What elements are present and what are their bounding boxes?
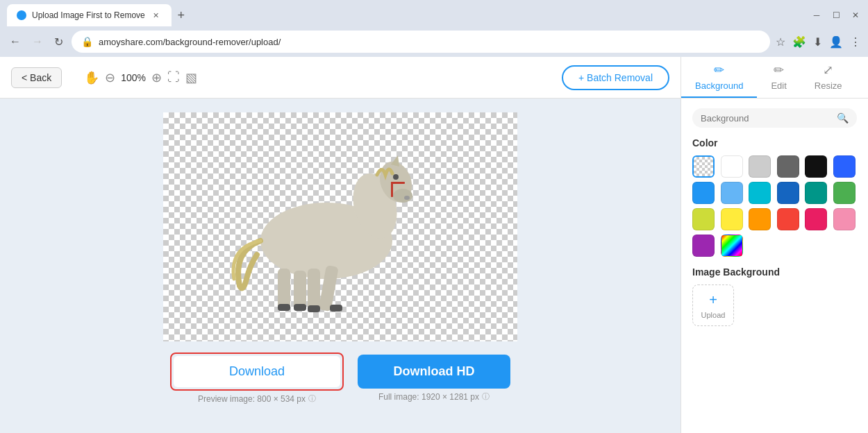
- new-tab-button[interactable]: +: [172, 6, 191, 25]
- zoom-controls: ✋ ⊖ 100% ⊕ ⛶ ▧: [84, 70, 197, 85]
- svg-rect-12: [330, 305, 342, 312]
- minimize-button[interactable]: ─: [811, 10, 822, 20]
- color-swatch-transparent[interactable]: [692, 155, 715, 178]
- reload-button[interactable]: ↻: [51, 33, 66, 51]
- resize-tab-icon: ⤢: [823, 62, 833, 78]
- back-nav-button[interactable]: ←: [7, 33, 24, 51]
- maximize-button[interactable]: ☐: [831, 10, 842, 20]
- color-swatch-white[interactable]: [721, 155, 743, 178]
- top-bar: < Back ✋ ⊖ 100% ⊕ ⛶ ▧ + Batch Removal ✏ …: [0, 57, 868, 99]
- browser-download-icon[interactable]: ⬇: [813, 35, 822, 49]
- color-swatch-red[interactable]: [777, 208, 799, 230]
- menu-icon[interactable]: ⋮: [850, 35, 861, 49]
- download-button[interactable]: Download: [174, 356, 340, 387]
- browser-toolbar-icons: ☆ 🧩 ⬇ 👤 ⋮: [776, 35, 861, 49]
- color-swatch-sky-blue[interactable]: [721, 182, 743, 204]
- svg-rect-11: [308, 305, 320, 312]
- image-bg-title: Image Background: [692, 266, 857, 278]
- address-bar-row: ← → ↻ 🔒 amoyshare.com/background-remover…: [0, 26, 868, 57]
- preview-info-icon: ⓘ: [308, 393, 316, 404]
- back-button[interactable]: < Back: [11, 67, 62, 88]
- profile-icon[interactable]: 👤: [829, 35, 843, 49]
- zoom-level: 100%: [121, 72, 146, 83]
- color-swatch-dark-blue[interactable]: [777, 182, 799, 204]
- svg-rect-16: [294, 304, 306, 311]
- svg-rect-15: [278, 304, 290, 311]
- bottom-bar: Download Preview image: 800 × 534 px ⓘ D…: [0, 341, 681, 411]
- full-info: Full image: 1920 × 1281 px ⓘ: [378, 391, 490, 402]
- upload-label: Upload: [701, 311, 726, 319]
- forward-nav-button[interactable]: →: [29, 33, 46, 51]
- title-bar: Upload Image First to Remove ✕ + ─ ☐ ✕: [0, 0, 868, 26]
- image-background-section: Image Background + Upload: [692, 266, 857, 326]
- color-swatch-yellow-green[interactable]: [692, 208, 715, 230]
- search-box[interactable]: 🔍: [692, 108, 857, 128]
- lock-icon: 🔒: [81, 36, 93, 47]
- color-swatch-teal[interactable]: [805, 182, 827, 204]
- zoom-in-icon[interactable]: ⊕: [151, 70, 162, 85]
- color-swatch-dodger-blue[interactable]: [692, 182, 715, 204]
- tab-edit[interactable]: ✏ Edit: [757, 57, 800, 98]
- color-swatch-green[interactable]: [833, 182, 856, 204]
- color-swatch-light-gray[interactable]: [749, 155, 771, 178]
- batch-removal-button[interactable]: + Batch Removal: [562, 65, 669, 90]
- zoom-out-icon[interactable]: ⊖: [105, 70, 115, 85]
- color-swatch-blue[interactable]: [833, 155, 856, 178]
- background-tab-label: Background: [695, 80, 743, 91]
- right-panel-tabs: ✏ Background ✏ Edit ⤢ Resize: [681, 57, 868, 98]
- tab-bar: Upload Image First to Remove ✕ +: [7, 4, 191, 26]
- app-toolbar: < Back ✋ ⊖ 100% ⊕ ⛶ ▧ + Batch Removal: [0, 57, 681, 98]
- color-section-title: Color: [692, 137, 857, 148]
- search-input[interactable]: [701, 113, 831, 124]
- horse-image: [205, 126, 441, 321]
- upload-tile[interactable]: + Upload: [692, 285, 734, 326]
- color-swatch-rainbow[interactable]: [721, 235, 743, 257]
- right-panel: 🔍 Color: [681, 99, 868, 433]
- preview-info: Preview image: 800 × 534 px ⓘ: [198, 393, 316, 404]
- star-icon[interactable]: ☆: [776, 35, 785, 49]
- window-controls: ─ ☐ ✕: [811, 10, 861, 20]
- extensions-icon[interactable]: 🧩: [792, 35, 806, 49]
- svg-rect-7: [391, 182, 393, 197]
- svg-point-3: [393, 189, 412, 203]
- svg-point-5: [404, 196, 410, 200]
- active-tab[interactable]: Upload Image First to Remove ✕: [7, 4, 172, 26]
- color-swatch-orange[interactable]: [749, 208, 771, 230]
- color-swatch-dark-gray[interactable]: [777, 155, 799, 178]
- edit-tab-icon: ✏: [774, 62, 784, 78]
- svg-rect-9: [308, 269, 320, 310]
- address-bar[interactable]: 🔒 amoyshare.com/background-remover/uploa…: [72, 31, 770, 53]
- image-container: [163, 112, 517, 341]
- color-swatch-cyan[interactable]: [749, 182, 771, 204]
- download-button-wrapper: Download: [170, 353, 344, 391]
- canvas-area: Download Preview image: 800 × 534 px ⓘ D…: [0, 99, 681, 433]
- fullscreen-icon[interactable]: ⛶: [167, 70, 180, 85]
- upload-plus-icon: +: [709, 292, 717, 308]
- panel-content: 🔍 Color: [681, 99, 868, 336]
- tab-title: Upload Image First to Remove: [32, 10, 145, 20]
- svg-rect-14: [294, 271, 306, 309]
- color-swatch-yellow[interactable]: [721, 208, 743, 230]
- color-swatch-pink-red[interactable]: [805, 208, 827, 230]
- download-hd-button[interactable]: Download HD: [358, 355, 510, 389]
- color-swatch-black[interactable]: [805, 155, 827, 178]
- browser-chrome: Upload Image First to Remove ✕ + ─ ☐ ✕ ←…: [0, 0, 868, 433]
- close-window-button[interactable]: ✕: [850, 10, 861, 20]
- color-swatch-pink[interactable]: [833, 208, 856, 230]
- svg-rect-13: [278, 269, 290, 309]
- search-icon[interactable]: 🔍: [837, 112, 849, 124]
- split-view-icon[interactable]: ▧: [185, 70, 197, 85]
- full-info-icon: ⓘ: [482, 391, 490, 402]
- svg-point-4: [393, 174, 399, 180]
- resize-tab-label: Resize: [815, 80, 842, 91]
- pan-icon[interactable]: ✋: [84, 70, 99, 85]
- svg-rect-8: [391, 182, 405, 184]
- main-layout: Download Preview image: 800 × 534 px ⓘ D…: [0, 99, 868, 433]
- edit-tab-label: Edit: [771, 80, 786, 91]
- tab-favicon: [17, 10, 26, 20]
- url-text: amoyshare.com/background-remover/upload/: [99, 37, 760, 47]
- tab-background[interactable]: ✏ Background: [681, 57, 757, 98]
- tab-close-button[interactable]: ✕: [151, 10, 162, 21]
- color-swatch-purple[interactable]: [692, 235, 715, 257]
- tab-resize[interactable]: ⤢ Resize: [801, 57, 856, 98]
